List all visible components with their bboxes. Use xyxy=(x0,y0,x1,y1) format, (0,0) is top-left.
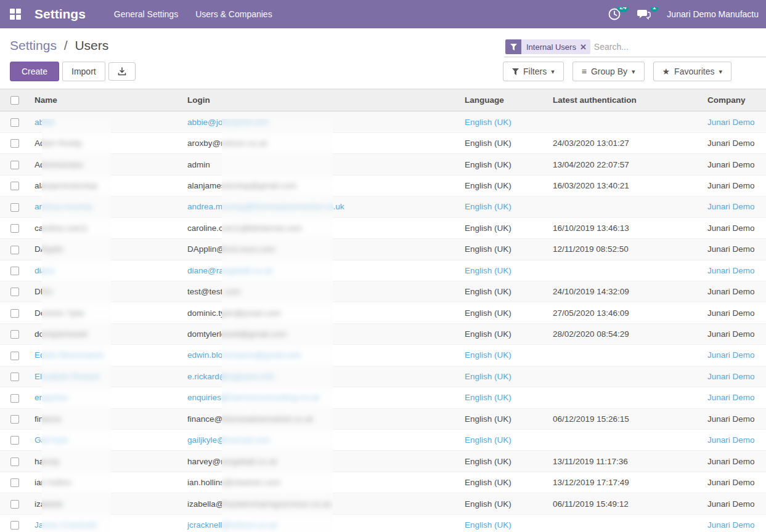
row-select-cell xyxy=(0,345,30,366)
select-all-checkbox[interactable] xyxy=(10,96,19,105)
cell-language: English (UK) xyxy=(460,451,548,472)
filters-label: Filters xyxy=(523,66,547,76)
row-select-cell xyxy=(0,430,30,451)
table-row[interactable]: andrea.mooneyandrea.mooney@themeadowmark… xyxy=(0,196,766,217)
cell-latest-authentication: 13/04/2020 22:07:57 xyxy=(548,154,703,175)
row-select-cell xyxy=(0,323,30,344)
table-row[interactable]: caroline.coe11caroline.coe11@btinternet.… xyxy=(0,217,766,238)
cell-name: Administrator xyxy=(30,154,182,175)
table-row[interactable]: enquiriesenquiries@harrisonconsulting.co… xyxy=(0,387,766,408)
column-header-company[interactable]: Company xyxy=(703,89,766,111)
table-row[interactable]: Adam Roxbyaroxby@nelson.co.ukEnglish (UK… xyxy=(0,132,766,153)
row-checkbox[interactable] xyxy=(10,394,19,403)
cell-language: English (UK) xyxy=(460,514,548,532)
current-company[interactable]: Junari Demo Manufactu xyxy=(667,9,759,19)
table-row[interactable]: dianediane@rangeball.co.ukEnglish (UK)Ju… xyxy=(0,260,766,281)
cell-name: Adam Roxby xyxy=(30,132,182,153)
search-input[interactable] xyxy=(590,38,766,55)
table-row[interactable]: alanjamesdunlopalanjamesdunlop@gmail.com… xyxy=(0,175,766,196)
messages-button[interactable]: 1 xyxy=(637,7,651,21)
facet-remove-icon[interactable]: ✕ xyxy=(580,42,587,52)
column-header-latest-authentication[interactable]: Latest authentication xyxy=(548,89,703,111)
table-row[interactable]: Elizabeth Rickarde.rickard@highwire.info… xyxy=(0,366,766,387)
cell-language: English (UK) xyxy=(460,323,548,344)
cell-company: Junari Demo xyxy=(703,472,766,493)
group-by-dropdown[interactable]: ≡ Group By ▾ xyxy=(572,62,645,81)
control-panel: Create Import Filters ▾ ≡ Group By ▾ ★ F… xyxy=(0,58,766,89)
favourites-dropdown[interactable]: ★ Favourites ▾ xyxy=(653,62,731,81)
row-checkbox[interactable] xyxy=(10,478,19,487)
row-checkbox[interactable] xyxy=(10,457,19,466)
cell-login: harvey@rangeball.co.uk xyxy=(182,451,460,472)
list-icon: ≡ xyxy=(582,66,587,76)
cell-company: Junari Demo xyxy=(703,132,766,153)
search-facet: Internal Users ✕ xyxy=(505,39,590,54)
row-checkbox[interactable] xyxy=(10,118,19,127)
row-checkbox[interactable] xyxy=(10,521,19,530)
create-button[interactable]: Create xyxy=(10,62,59,81)
table-row[interactable]: harveyharvey@rangeball.co.ukEnglish (UK)… xyxy=(0,451,766,472)
row-checkbox[interactable] xyxy=(10,415,19,424)
table-row[interactable]: James Cracknelljcracknell@nelson.co.ukEn… xyxy=(0,514,766,532)
cell-name: andrea.mooney xyxy=(30,196,182,217)
cell-company: Junari Demo xyxy=(703,408,766,429)
menu-general-settings[interactable]: General Settings xyxy=(114,9,178,19)
table-row[interactable]: izabellaizabella@franklinsharingservices… xyxy=(0,493,766,514)
column-header-language[interactable]: Language xyxy=(460,89,548,111)
row-checkbox[interactable] xyxy=(10,161,19,169)
chat-bubble-icon xyxy=(637,7,651,21)
cell-login: dominic.tyler@junari.com xyxy=(182,302,460,323)
table-row[interactable]: Gail Kylegailjkyle@hotmail.comEnglish (U… xyxy=(0,430,766,451)
table-row[interactable]: DApplinDApplin@msi-euro.comEnglish (UK)1… xyxy=(0,239,766,260)
table-row[interactable]: Edwin Blommaertsedwin.blommaerts@gmail.c… xyxy=(0,345,766,366)
filters-dropdown[interactable]: Filters ▾ xyxy=(503,62,564,81)
row-select-cell xyxy=(0,260,30,281)
row-checkbox[interactable] xyxy=(10,330,19,339)
cell-company: Junari Demo xyxy=(703,323,766,344)
row-checkbox[interactable] xyxy=(10,203,19,212)
messages-badge: 1 xyxy=(650,7,659,12)
cell-login: jcracknell@nelson.co.uk xyxy=(182,514,460,532)
cell-login: admin xyxy=(182,154,460,175)
cell-company: Junari Demo xyxy=(703,175,766,196)
row-checkbox[interactable] xyxy=(10,500,19,509)
export-button[interactable] xyxy=(108,62,136,81)
table-row[interactable]: abbieabbie@jollyspiral.comEnglish (UK)Ju… xyxy=(0,111,766,132)
row-checkbox[interactable] xyxy=(10,436,19,445)
cell-login: abbie@jollyspiral.com xyxy=(182,111,460,132)
table-header-row: Name Login Language Latest authenticatio… xyxy=(0,89,766,111)
cell-latest-authentication: 06/12/2019 15:26:15 xyxy=(548,408,703,429)
row-checkbox[interactable] xyxy=(10,246,19,254)
cell-company: Junari Demo xyxy=(703,154,766,175)
breadcrumb-settings-link[interactable]: Settings xyxy=(10,38,57,52)
table-row[interactable]: AdministratoradminEnglish (UK)13/04/2020… xyxy=(0,154,766,175)
table-row[interactable]: Dominic Tylerdominic.tyler@junari.comEng… xyxy=(0,302,766,323)
app-title[interactable]: Settings xyxy=(35,7,86,22)
row-checkbox[interactable] xyxy=(10,224,19,233)
row-checkbox[interactable] xyxy=(10,267,19,275)
import-button[interactable]: Import xyxy=(62,62,105,81)
cell-language: English (UK) xyxy=(460,239,548,260)
row-checkbox[interactable] xyxy=(10,182,19,190)
apps-menu-icon[interactable] xyxy=(10,9,21,20)
cell-login: aroxby@nelson.co.uk xyxy=(182,132,460,153)
row-checkbox[interactable] xyxy=(10,352,19,360)
table-row[interactable]: domtylerlowelldomtylerlowell@gmail.comEn… xyxy=(0,323,766,344)
row-checkbox[interactable] xyxy=(10,373,19,381)
cell-latest-authentication: 16/10/2019 13:46:13 xyxy=(548,217,703,238)
top-navbar: Settings General Settings Users & Compan… xyxy=(0,0,766,28)
row-checkbox[interactable] xyxy=(10,139,19,148)
row-select-cell xyxy=(0,132,30,153)
cell-name: ian hollins xyxy=(30,472,182,493)
cell-language: English (UK) xyxy=(460,281,548,302)
row-checkbox[interactable] xyxy=(10,309,19,318)
table-row[interactable]: DNUtest@test.comEnglish (UK)24/10/2019 1… xyxy=(0,281,766,302)
activities-button[interactable]: 24 xyxy=(608,7,621,21)
table-row[interactable]: financefinance@themeadowmarket.co.ukEngl… xyxy=(0,408,766,429)
menu-users-companies[interactable]: Users & Companies xyxy=(195,9,272,19)
column-header-name[interactable]: Name xyxy=(30,89,182,111)
row-checkbox[interactable] xyxy=(10,288,19,296)
funnel-icon xyxy=(512,68,519,75)
column-header-login[interactable]: Login xyxy=(182,89,460,111)
table-row[interactable]: ian hollinsian.hollins@clearton.comEngli… xyxy=(0,472,766,493)
